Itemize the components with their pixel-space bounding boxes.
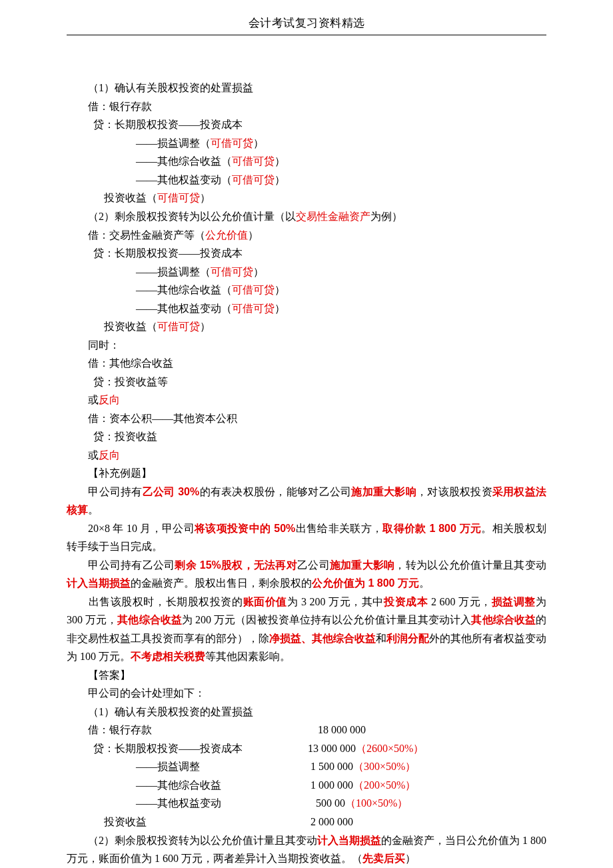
paragraph: （2）剩余股权投资转为以公允价值计量且其变动计入当期损益的金融资产，当日公允价值… xyxy=(67,831,546,868)
entry-line: 贷：投资收益等 xyxy=(67,373,546,391)
answer-title: 【答案】 xyxy=(67,666,546,685)
paragraph: 甲公司持有乙公司剩余 15%股权，无法再对乙公司施加重大影响，转为以公允价值计量… xyxy=(67,556,546,593)
entry-line: 投资收益（可借可贷） xyxy=(67,317,546,336)
entry-line: 借：银行存款 xyxy=(67,97,546,116)
page: 会计考试复习资料精选 （1）确认有关股权投资的处置损益 借：银行存款 贷：长期股… xyxy=(0,0,613,868)
highlight-text: 损益调整 xyxy=(492,596,536,607)
entry-row: ——损益调整 1 500 000（300×50%） xyxy=(67,757,546,776)
highlight-text: 将该项投资中的 50% xyxy=(195,523,295,534)
highlight-text: 计入当期损益 xyxy=(67,577,131,589)
paragraph: 甲公司持有乙公司 30%的有表决权股份，能够对乙公司施加重大影响，对该股权投资采… xyxy=(67,483,546,519)
entry-line: 贷：长期股权投资——投资成本 xyxy=(67,244,546,263)
highlight-text: 利润分配 xyxy=(386,633,429,644)
paragraph: 出售该股权时，长期股权投资的账面价值为 3 200 万元，其中投资成本 2 60… xyxy=(67,593,546,666)
entry-row: 贷：长期股权投资——投资成本 13 000 000（2600×50%） xyxy=(67,739,546,758)
entry-line: 贷：投资收益 xyxy=(67,427,546,446)
highlight-text: 取得价款 1 800 万元 xyxy=(382,523,481,534)
entry-line: 借：其他综合收益 xyxy=(67,354,546,373)
highlight-text: 可借可贷 xyxy=(232,155,275,167)
entry-line: 或反向 xyxy=(67,391,546,409)
highlight-calc: （100×50%） xyxy=(345,797,408,809)
entry-line: ——损益调整（可借可贷） xyxy=(67,263,546,281)
entry-row: 投资收益 2 000 000 xyxy=(67,813,546,831)
example-title: 【补充例题】 xyxy=(67,464,546,483)
paragraph: 20×8 年 10 月，甲公司将该项投资中的 50%出售给非关联方，取得价款 1… xyxy=(67,519,546,556)
highlight-text: 可借可贷 xyxy=(211,137,253,149)
highlight-text: 乙公司 30% xyxy=(143,486,200,497)
highlight-calc: （300×50%） xyxy=(353,761,416,772)
entry-line: 同时： xyxy=(67,336,546,355)
highlight-text: 交易性金融资产 xyxy=(296,211,370,222)
highlight-text: 可借可贷 xyxy=(157,321,200,332)
highlight-text: 可借可贷 xyxy=(232,303,275,314)
highlight-text: 可借可贷 xyxy=(232,284,275,295)
entry-line: ——其他权益变动（可借可贷） xyxy=(67,299,546,318)
highlight-text: 计入当期损益 xyxy=(317,835,381,846)
highlight-text: 账面价值 xyxy=(243,596,287,607)
section-1-title: （1）确认有关股权投资的处置损益 xyxy=(67,79,546,97)
entry-line: 借：资本公积——其他资本公积 xyxy=(67,409,546,428)
highlight-text: 剩余 15%股权，无法再对 xyxy=(175,559,297,571)
highlight-text: 可借可贷 xyxy=(232,174,275,185)
entry-row: ——其他权益变动 500 00（100×50%） xyxy=(67,794,546,813)
highlight-text: 其他综合收益 xyxy=(117,614,182,625)
entry-line: ——其他综合收益（可借可贷） xyxy=(67,281,546,299)
highlight-text: 反向 xyxy=(99,394,120,405)
highlight-text: 可借可贷 xyxy=(157,192,200,203)
highlight-calc: （2600×50%） xyxy=(356,743,424,754)
entry-line: 贷：长期股权投资——投资成本 xyxy=(67,115,546,134)
highlight-text: 公允价值 xyxy=(205,229,248,241)
highlight-text: 净损益、其他综合收益 xyxy=(269,633,376,644)
entry-line: ——其他综合收益（可借可贷） xyxy=(67,152,546,171)
answer-sub-1: （1）确认有关股权投资的处置损益 xyxy=(67,703,546,721)
entry-row: 借：银行存款 18 000 000 xyxy=(67,721,546,739)
highlight-text: 施加重大影响 xyxy=(351,486,416,497)
highlight-text: 不考虑相关税费 xyxy=(131,651,205,662)
section-2-title: （2）剩余股权投资转为以公允价值计量（以交易性金融资产为例） xyxy=(67,207,546,226)
answer-intro: 甲公司的会计处理如下： xyxy=(67,684,546,703)
entry-line: 借：交易性金融资产等（公允价值） xyxy=(67,226,546,245)
entry-row: ——其他综合收益 1 000 000（200×50%） xyxy=(67,776,546,795)
document-body: （1）确认有关股权投资的处置损益 借：银行存款 贷：长期股权投资——投资成本 —… xyxy=(67,79,546,868)
highlight-calc: （200×50%） xyxy=(353,779,416,791)
highlight-text: 施加重大影响 xyxy=(330,559,395,571)
highlight-text: 可借可贷 xyxy=(211,266,253,277)
entry-line: 或反向 xyxy=(67,446,546,465)
highlight-text: 先卖后买 xyxy=(362,853,405,864)
highlight-text: 公允价值为 1 800 万元 xyxy=(312,577,419,589)
highlight-text: 投资成本 xyxy=(384,596,428,607)
entry-line: ——损益调整（可借可贷） xyxy=(67,134,546,153)
entry-line: 投资收益（可借可贷） xyxy=(67,189,546,207)
highlight-text: 其他综合收益 xyxy=(471,614,536,625)
highlight-text: 反向 xyxy=(99,449,120,461)
page-header: 会计考试复习资料精选 xyxy=(67,0,546,35)
entry-line: ——其他权益变动（可借可贷） xyxy=(67,171,546,189)
